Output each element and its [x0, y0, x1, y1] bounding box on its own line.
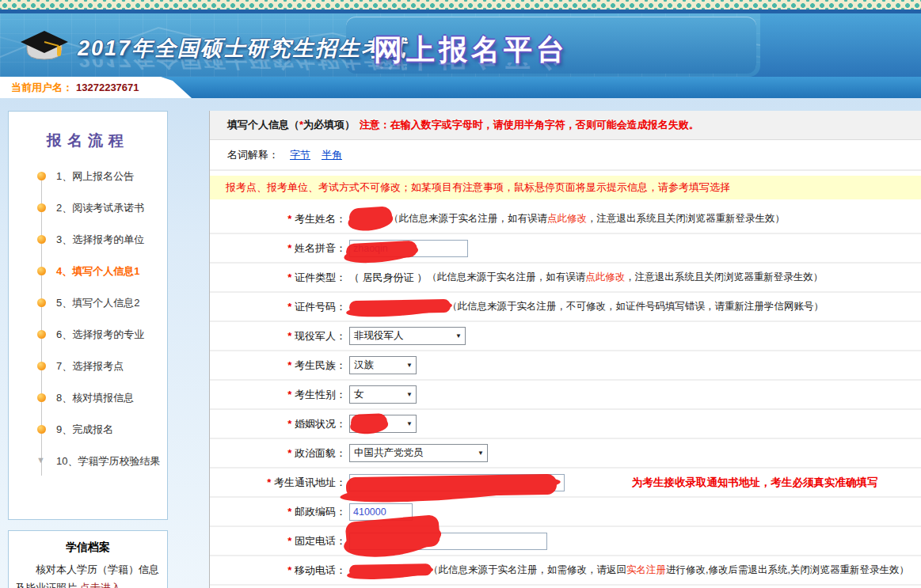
form-row-ethnicity: * 考生民族：汉族▼: [210, 351, 921, 381]
marital-status-select[interactable]: ▼: [349, 415, 417, 433]
selected-value: 女: [354, 388, 364, 401]
step-label: 8、核对填报信息: [56, 391, 134, 405]
platform-title-reflection: 网上报名平台: [374, 63, 569, 75]
candidate-name-modify-link[interactable]: 点此修改: [547, 212, 587, 226]
step-label: 7、选择报考点: [56, 359, 124, 374]
field-label-marital-status: * 婚姻状况：: [210, 417, 346, 431]
id-type-modify-link[interactable]: 点此修改: [585, 271, 625, 284]
step-label: 2、阅读考试承诺书: [56, 201, 144, 215]
redacted-value-slot: [349, 563, 428, 578]
required-star: *: [287, 242, 295, 254]
id-type-note: ，注意退出系统且关闭浏览器重新登录生效）: [625, 271, 823, 284]
exam-title: 2017年全国硕士研究生招生考试: [78, 34, 407, 63]
registration-page: 2017年全国硕士研究生招生考试 2017年全国硕士研究生招生考试 网上报名平台…: [0, 0, 921, 588]
step-bullet-icon: [37, 267, 46, 275]
required-star: *: [267, 476, 274, 488]
archive-text: 核对本人学历（学籍）信息及毕业证照片 点击进入: [9, 561, 167, 588]
mobile-phone-modify-link[interactable]: 实名注册: [626, 563, 666, 577]
step-bullet-icon: [37, 235, 46, 244]
chevron-down-icon: ▼: [474, 450, 487, 457]
step-bullet-icon: [37, 393, 46, 402]
required-star: *: [287, 535, 295, 547]
archive-enter-link[interactable]: 点击进入: [80, 582, 121, 588]
step-label: 10、学籍学历校验结果: [56, 454, 160, 469]
political-status-select[interactable]: 中国共产党党员▼: [349, 444, 488, 462]
user-bar: 当前用户名：13272237671: [0, 77, 921, 98]
required-star: *: [287, 506, 295, 518]
current-username: 13272237671: [76, 82, 139, 93]
selected-value: 非现役军人: [354, 329, 404, 343]
banner-artwork: 2017年全国硕士研究生招生考试 2017年全国硕士研究生招生考试 网上报名平台…: [0, 13, 760, 77]
form-row-mobile-phone: * 移动电话：（此信息来源于实名注册，如需修改，请返回 实名注册 进行修改,修改…: [210, 556, 921, 586]
process-step-3: 3、选择报考的单位: [9, 224, 167, 256]
required-star: *: [287, 213, 295, 225]
process-step-8: 8、核对填报信息: [9, 382, 167, 414]
military-status-select[interactable]: 非现役军人▼: [349, 327, 466, 345]
redacted-value-slot: [349, 212, 389, 226]
field-area-landline-phone: [349, 533, 547, 550]
chevron-down-icon: ▼: [403, 391, 416, 398]
panel-notice: 注意：在输入数字或字母时，请使用半角字符，否则可能会造成报名失败。: [360, 119, 699, 131]
field-area-candidate-name: （此信息来源于实名注册，如有误请点此修改，注意退出系统且关闭浏览器重新登录生效）: [349, 212, 785, 226]
personal-info-form: * 考生姓名：（此信息来源于实名注册，如有误请点此修改，注意退出系统且关闭浏览器…: [210, 205, 921, 588]
field-area-id-number: （此信息来源于实名注册，不可修改，如证件号码填写错误，请重新注册学信网账号）: [349, 300, 824, 314]
step-label: 9、完成报名: [56, 423, 113, 437]
step-bullet-icon: [37, 298, 46, 307]
graduation-cap-icon: [19, 29, 70, 67]
field-label-landline-phone: * 固定电话：: [210, 534, 346, 548]
field-label-id-number: * 证件号码：: [210, 300, 346, 314]
step-label: 6、选择报考的专业: [56, 328, 144, 342]
field-label-ethnicity: * 考生民族：: [210, 358, 346, 373]
required-star: *: [287, 564, 295, 576]
current-user-text: 当前用户名：13272237671: [11, 77, 139, 98]
glossary-link-byte[interactable]: 字节: [290, 148, 310, 162]
form-row-mailing-address: * 考生通讯地址：为考生接收录取通知书地址，考生必须真实准确填写: [210, 469, 921, 498]
form-row-gender: * 考生性别：女▼: [210, 381, 921, 410]
required-star: *: [287, 447, 295, 459]
candidate-name-note: ，注意退出系统且关闭浏览器重新登录生效）: [587, 212, 785, 226]
required-star: *: [287, 330, 295, 342]
step-label: 4、填写个人信息1: [56, 264, 139, 279]
form-row-marital-status: * 婚姻状况：▼: [210, 410, 921, 439]
process-sidebar: 报名流程 1、网上报名公告2、阅读考试承诺书3、选择报考的单位4、填写个人信息1…: [8, 111, 168, 520]
field-label-id-type: * 证件类型：: [210, 271, 346, 285]
step-bullet-icon: [37, 362, 46, 370]
mailing-address-input[interactable]: [349, 474, 565, 491]
process-step-1: 1、网上报名公告: [9, 161, 167, 192]
field-label-mobile-phone: * 移动电话：: [210, 563, 346, 578]
process-step-7: 7、选择报考点: [9, 351, 167, 382]
process-steps: 1、网上报名公告2、阅读考试承诺书3、选择报考的单位4、填写个人信息15、填写个…: [9, 161, 167, 477]
panel-title-post: 为必填项）: [303, 119, 355, 131]
step-label: 1、网上报名公告: [56, 169, 134, 184]
process-step-10: ▼10、学籍学历校验结果: [9, 446, 167, 477]
postal-code-input[interactable]: [349, 503, 413, 521]
current-user-label: 当前用户名：: [11, 82, 73, 93]
process-step-6: 6、选择报考的专业: [9, 319, 167, 351]
glossary-link-halfwidth[interactable]: 半角: [322, 148, 342, 162]
required-star: *: [287, 271, 295, 283]
field-label-candidate-name: * 考生姓名：: [210, 212, 346, 226]
form-row-military-status: * 现役军人：非现役军人▼: [210, 322, 921, 351]
personal-info-panel: 填写个人信息（*为必填项） 注意：在输入数字或字母时，请使用半角字符，否则可能会…: [209, 111, 921, 588]
field-area-id-type: （ 居民身份证 ）（此信息来源于实名注册，如有误请点此修改，注意退出系统且关闭浏…: [349, 271, 823, 285]
field-label-name-pinyin: * 姓名拼音：: [210, 241, 346, 256]
candidate-name-note: （此信息来源于实名注册，如有误请: [389, 212, 547, 226]
name-pinyin-input[interactable]: [349, 240, 468, 257]
lace-border-decoration: [0, 0, 921, 9]
form-row-id-type: * 证件类型：（ 居民身份证 ）（此信息来源于实名注册，如有误请点此修改，注意退…: [210, 264, 921, 293]
gender-select[interactable]: 女▼: [349, 385, 417, 404]
step-bullet-icon: [37, 330, 46, 339]
field-area-ethnicity: 汉族▼: [349, 356, 417, 374]
ethnicity-select[interactable]: 汉族▼: [349, 356, 417, 374]
id-type-note: （此信息来源于实名注册，如有误请: [427, 271, 585, 284]
panel-title-pre: 填写个人信息（: [227, 119, 299, 131]
field-area-mailing-address: 为考生接收录取通知书地址，考生必须真实准确填写: [349, 474, 878, 491]
panel-header: 填写个人信息（*为必填项） 注意：在输入数字或字母时，请使用半角字符，否则可能会…: [210, 111, 921, 140]
landline-phone-input[interactable]: [349, 533, 547, 550]
process-step-4: 4、填写个人信息1: [9, 256, 167, 287]
header-banner: 2017年全国硕士研究生招生考试 2017年全国硕士研究生招生考试 网上报名平台…: [0, 13, 921, 77]
process-title: 报名流程: [9, 131, 167, 151]
form-row-name-pinyin: * 姓名拼音：: [210, 234, 921, 264]
required-star: *: [287, 418, 295, 430]
step-bullet-icon: [37, 425, 46, 434]
